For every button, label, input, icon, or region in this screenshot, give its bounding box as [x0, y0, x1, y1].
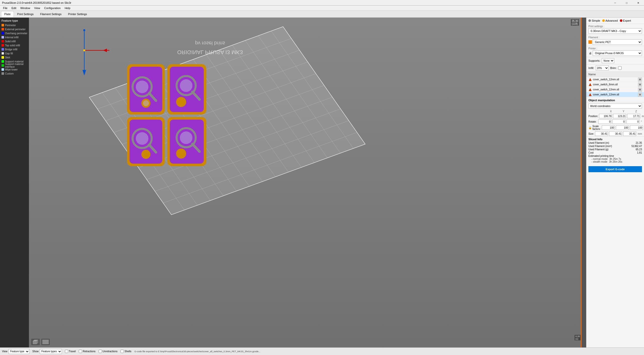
filament-mm2-label: Used Filament (mm²): [588, 145, 612, 148]
rotate-y-input[interactable]: [612, 119, 625, 124]
scale-x-input[interactable]: [602, 125, 615, 130]
mode-advanced[interactable]: Advanced: [602, 19, 618, 22]
scale-z-input[interactable]: [630, 125, 643, 130]
svg-rect-0: [29, 18, 586, 347]
unretractions-label: Unretractions: [103, 350, 117, 353]
menu-window[interactable]: Window: [18, 6, 32, 11]
maximize-button[interactable]: □: [621, 0, 632, 6]
unretractions-checkbox[interactable]: [99, 350, 102, 353]
size-z-input[interactable]: [623, 131, 636, 136]
svg-rect-34: [167, 64, 206, 115]
manipulation-header: Object manipulation: [586, 97, 644, 102]
infill-select[interactable]: 20%: [596, 65, 609, 70]
object-item-0[interactable]: cover_switch_12mm.stl⚙: [586, 77, 644, 82]
feature-types-show-select[interactable]: Feature types: [40, 349, 62, 354]
nav-cube-icon[interactable]: [31, 338, 40, 345]
mode-expert[interactable]: Expert: [620, 19, 631, 22]
nav-layers-icon[interactable]: [41, 338, 50, 345]
feature-item-1[interactable]: External perimeter: [0, 27, 29, 31]
travel-label: Travel: [69, 350, 76, 353]
svg-rect-47: [170, 120, 204, 164]
supports-row: Supports: None: [586, 57, 644, 64]
svg-line-22: [245, 41, 328, 158]
feature-type-select[interactable]: Feature type: [9, 349, 29, 354]
size-x-input[interactable]: [595, 131, 608, 136]
feature-item-2[interactable]: Overhang perimeter: [0, 31, 29, 35]
svg-line-19: [206, 55, 289, 172]
feature-item-3[interactable]: Internal infill: [0, 35, 29, 39]
menu-view[interactable]: View: [32, 6, 42, 11]
gcode-path: G-code file exported to E:\tmp\Prusa\Ele…: [134, 350, 642, 353]
simple-dot: [588, 19, 591, 22]
feature-label-8: Skirt: [5, 56, 10, 59]
position-y-input[interactable]: [613, 114, 626, 118]
xyz-header-row: X Y Z: [586, 110, 644, 113]
supports-select[interactable]: None: [602, 58, 614, 63]
travel-checkbox[interactable]: [65, 350, 68, 353]
rotate-unit: °: [640, 120, 642, 123]
menu-help[interactable]: Help: [63, 6, 72, 11]
feature-dot-6: [2, 48, 4, 51]
close-button[interactable]: ✕: [632, 0, 644, 6]
obj-settings-btn-0[interactable]: ⚙: [638, 78, 642, 82]
print-settings-section: Print settings : 0.30mm DRAFT MK3 - Copy: [586, 24, 644, 35]
feature-dot-1: [2, 28, 4, 30]
feature-label-2: Overhang perimeter: [5, 32, 27, 35]
obj-settings-btn-1[interactable]: ⚙: [638, 83, 642, 87]
feature-item-10[interactable]: Support material interface: [0, 63, 29, 67]
position-x-input[interactable]: [599, 114, 612, 118]
tab-filament-settings[interactable]: Filament Settings: [37, 11, 65, 17]
rotate-z-input[interactable]: [626, 119, 639, 124]
object-item-2[interactable]: cover_switch_12mm.stl⚙: [586, 87, 644, 92]
retractions-checkbox[interactable]: [79, 350, 82, 353]
menu-configuration[interactable]: Configuration: [42, 6, 62, 11]
svg-line-2: [97, 39, 291, 109]
feature-item-12[interactable]: Custom: [0, 72, 29, 76]
printer-label: Printer :: [588, 47, 642, 50]
rotate-row: Rotate: °: [586, 119, 644, 124]
object-item-3[interactable]: cover_switch_12mm.stl⚙: [586, 92, 644, 97]
minimize-button[interactable]: ─: [609, 0, 621, 6]
obj-settings-btn-3[interactable]: ⚙: [638, 93, 642, 97]
obj-settings-btn-2[interactable]: ⚙: [638, 88, 642, 92]
layer-slider[interactable]: [582, 18, 586, 347]
position-z-input[interactable]: [627, 114, 640, 118]
feature-item-7[interactable]: Gap fill: [0, 51, 29, 55]
tab-print-settings[interactable]: Print Settings: [14, 11, 37, 17]
rotate-x-input[interactable]: [598, 119, 611, 124]
tab-printer-settings[interactable]: Printer Settings: [65, 11, 90, 17]
supports-label: Supports:: [588, 59, 600, 62]
feature-item-6[interactable]: Bridge infill: [0, 47, 29, 51]
infill-row: Infill: 20% Brim:: [586, 64, 644, 72]
feature-item-8[interactable]: Skirt: [0, 55, 29, 59]
filament-m-label: Used Filament (m): [588, 141, 609, 144]
viewport[interactable]: pv rosel brins ORIGINAL PRUSA I3 MK3: [29, 18, 586, 347]
tab-plate[interactable]: Plate: [1, 11, 14, 17]
object-name-1: cover_switch_6mm.stl: [593, 83, 618, 86]
export-gcode-button[interactable]: Export G-code: [588, 166, 642, 172]
feature-dot-0: [2, 24, 4, 26]
filament-m-value: 21.35: [636, 141, 642, 144]
world-coords-select[interactable]: World coordinates: [588, 103, 642, 109]
size-y-input[interactable]: [609, 131, 622, 136]
shells-checkbox[interactable]: [120, 350, 124, 353]
svg-marker-53: [83, 70, 86, 76]
feature-item-5[interactable]: Top solid infill: [0, 43, 29, 47]
view-section: View Feature type: [2, 349, 29, 354]
lock-icon[interactable]: 🔒: [588, 126, 592, 129]
object-item-1[interactable]: cover_switch_6mm.stl⚙: [586, 82, 644, 87]
menu-edit[interactable]: Edit: [10, 6, 18, 11]
print-settings-select[interactable]: 0.30mm DRAFT MK3 - Copy: [588, 28, 642, 34]
x-column-header: X: [605, 110, 617, 113]
svg-marker-67: [589, 93, 591, 96]
feature-item-0[interactable]: Perimeter: [0, 23, 29, 27]
filament-select[interactable]: Generic PET: [593, 39, 642, 45]
mode-simple[interactable]: Simple: [588, 19, 600, 22]
menu-file[interactable]: File: [1, 6, 10, 11]
svg-line-9: [155, 121, 349, 191]
brim-checkbox[interactable]: [618, 66, 622, 70]
printer-select[interactable]: Original Prusa i3 MK3S: [593, 50, 642, 56]
scale-y-input[interactable]: [616, 125, 629, 130]
feature-item-4[interactable]: Solid infill: [0, 39, 29, 43]
titlebar-title: PrusaSlicer-2.0.0+win64-20190520165​2 ba…: [2, 1, 71, 4]
